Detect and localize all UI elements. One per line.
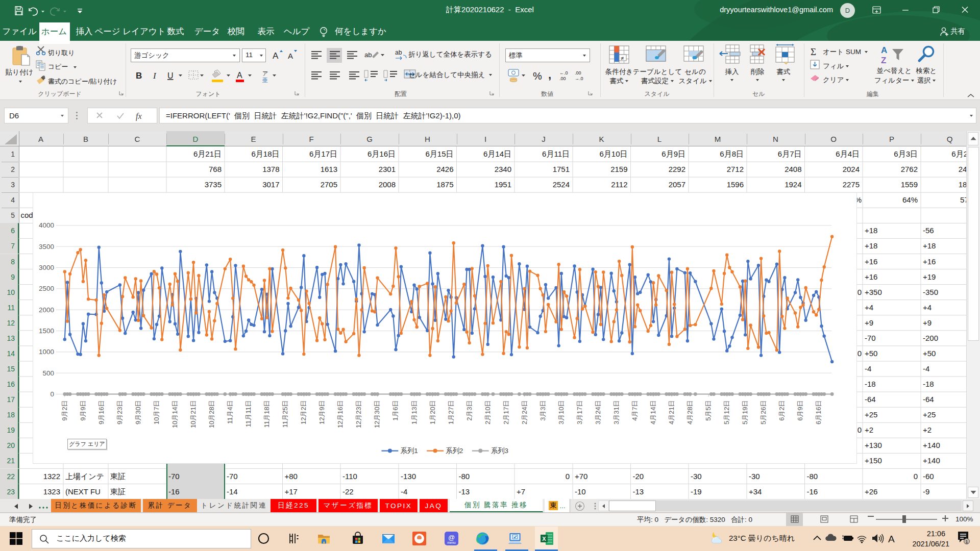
svg-text:3500: 3500 bbox=[39, 242, 54, 250]
svg-text:1: 1 bbox=[965, 539, 968, 544]
svg-text:10月7日: 10月7日 bbox=[153, 400, 160, 424]
svg-text:X: X bbox=[542, 536, 546, 542]
svg-text:I: I bbox=[153, 71, 157, 81]
svg-text:,: , bbox=[548, 68, 551, 81]
svg-text:2月10日: 2月10日 bbox=[484, 400, 492, 424]
svg-text:fx: fx bbox=[136, 112, 142, 121]
svg-text:6月16日: 6月16日 bbox=[815, 400, 822, 424]
svg-text:500: 500 bbox=[42, 369, 54, 377]
svg-text:系列3: 系列3 bbox=[491, 447, 508, 455]
svg-text:A: A bbox=[288, 52, 293, 60]
svg-text:→.0: →.0 bbox=[575, 76, 583, 81]
svg-text:12月30日: 12月30日 bbox=[373, 400, 381, 428]
svg-text:12月23日: 12月23日 bbox=[355, 400, 362, 428]
svg-text:2月24日: 2月24日 bbox=[521, 400, 528, 424]
svg-text:A: A bbox=[273, 51, 279, 61]
svg-text:2000: 2000 bbox=[39, 306, 54, 313]
svg-text:ab: ab bbox=[395, 49, 402, 56]
svg-text:Σ: Σ bbox=[811, 46, 816, 57]
svg-text:11月4日: 11月4日 bbox=[226, 400, 234, 424]
svg-text:11月25日: 11月25日 bbox=[281, 400, 289, 428]
svg-text:系列1: 系列1 bbox=[400, 447, 418, 455]
svg-text:3月3日: 3月3日 bbox=[539, 400, 547, 420]
svg-text:←.0: ←.0 bbox=[559, 70, 568, 76]
svg-text:A: A bbox=[888, 534, 895, 544]
svg-text:9月16日: 9月16日 bbox=[97, 400, 105, 424]
svg-text:1500: 1500 bbox=[39, 327, 54, 334]
svg-text:2月3日: 2月3日 bbox=[465, 400, 473, 420]
svg-text:1月13日: 1月13日 bbox=[410, 400, 418, 424]
svg-text:3月10日: 3月10日 bbox=[557, 400, 565, 424]
svg-text:1月6日: 1月6日 bbox=[391, 400, 399, 420]
svg-text:5月19日: 5月19日 bbox=[741, 400, 749, 424]
svg-text:3000: 3000 bbox=[39, 264, 54, 271]
svg-text:ab: ab bbox=[364, 51, 372, 59]
svg-text:2500: 2500 bbox=[39, 285, 54, 292]
svg-text:9月23日: 9月23日 bbox=[116, 400, 124, 424]
svg-text:0: 0 bbox=[50, 390, 54, 397]
svg-text:@: @ bbox=[448, 534, 455, 541]
svg-text:5月26日: 5月26日 bbox=[760, 400, 767, 424]
svg-text:5月12日: 5月12日 bbox=[723, 400, 730, 424]
svg-text:10月28日: 10月28日 bbox=[208, 400, 215, 428]
svg-text:1000: 1000 bbox=[39, 348, 54, 356]
svg-text:4月28日: 4月28日 bbox=[686, 400, 694, 424]
svg-text:12月2日: 12月2日 bbox=[300, 400, 307, 424]
svg-text:Z: Z bbox=[881, 56, 886, 65]
svg-text:A: A bbox=[237, 71, 242, 80]
svg-text:4月21日: 4月21日 bbox=[668, 400, 675, 424]
svg-text:.00: .00 bbox=[559, 76, 566, 81]
svg-text:3月24日: 3月24日 bbox=[594, 400, 602, 424]
svg-text:4000: 4000 bbox=[39, 221, 54, 229]
svg-text:U: U bbox=[167, 71, 174, 80]
svg-text:1月27日: 1月27日 bbox=[447, 400, 455, 424]
svg-text:menu: menu bbox=[447, 541, 456, 544]
svg-text:9月9日: 9月9日 bbox=[79, 400, 87, 420]
svg-text:A: A bbox=[881, 45, 887, 55]
svg-text:11月11日: 11月11日 bbox=[244, 400, 252, 427]
svg-text:ア: ア bbox=[262, 70, 268, 77]
svg-text:2月17日: 2月17日 bbox=[502, 400, 510, 424]
svg-text:3月31日: 3月31日 bbox=[612, 400, 620, 424]
svg-text:11月18日: 11月18日 bbox=[263, 400, 271, 428]
svg-text:6月2日: 6月2日 bbox=[778, 400, 786, 420]
svg-text:12月16日: 12月16日 bbox=[336, 400, 344, 428]
svg-text:9月2日: 9月2日 bbox=[61, 400, 68, 420]
svg-text:9月30日: 9月30日 bbox=[134, 400, 142, 424]
svg-text:3月17日: 3月17日 bbox=[576, 400, 583, 424]
svg-text:.00: .00 bbox=[575, 70, 581, 76]
svg-text:亜: 亜 bbox=[262, 77, 268, 83]
svg-text:4月14日: 4月14日 bbox=[649, 400, 657, 424]
svg-text:10月21日: 10月21日 bbox=[189, 400, 197, 428]
svg-text:5月5日: 5月5日 bbox=[704, 400, 712, 420]
svg-text:B: B bbox=[136, 71, 142, 81]
svg-text:6月9日: 6月9日 bbox=[796, 400, 804, 420]
svg-text:10月14日: 10月14日 bbox=[171, 400, 179, 428]
svg-text:4月7日: 4月7日 bbox=[631, 400, 639, 420]
svg-text:系列2: 系列2 bbox=[446, 447, 463, 455]
svg-text:%: % bbox=[533, 70, 542, 82]
svg-text:≠: ≠ bbox=[621, 55, 624, 61]
svg-text:12月9日: 12月9日 bbox=[318, 400, 326, 424]
svg-text:1月20日: 1月20日 bbox=[429, 400, 436, 424]
